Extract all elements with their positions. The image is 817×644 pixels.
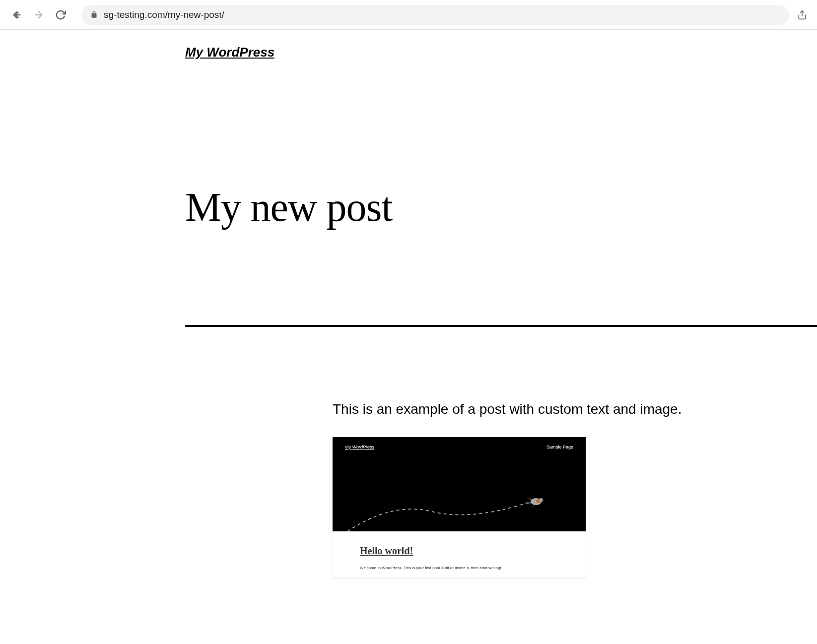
- back-button[interactable]: [10, 8, 24, 22]
- svg-point-6: [539, 498, 543, 502]
- post-body-text: This is an example of a post with custom…: [333, 401, 817, 417]
- post-title-section: My new post: [0, 60, 817, 231]
- embedded-post-title: Hello world!: [360, 545, 558, 557]
- bird-path-icon: [333, 482, 586, 531]
- address-bar[interactable]: sg-testing.com/my-new-post/: [81, 5, 789, 25]
- url-text: sg-testing.com/my-new-post/: [104, 9, 224, 20]
- browser-toolbar: sg-testing.com/my-new-post/: [0, 0, 817, 30]
- embedded-hero: My WordPress Sample Page: [333, 437, 586, 531]
- page-content: My WordPress My new post This is an exam…: [0, 30, 817, 578]
- embedded-excerpt: Welcome to WordPress. This is your first…: [360, 566, 558, 570]
- embedded-content: Hello world! Welcome to WordPress. This …: [333, 531, 586, 578]
- lock-icon: [90, 11, 98, 18]
- reload-button[interactable]: [54, 8, 68, 22]
- post-title: My new post: [185, 184, 817, 231]
- site-title-link[interactable]: My WordPress: [185, 45, 274, 60]
- forward-button[interactable]: [32, 8, 46, 22]
- post-body: This is an example of a post with custom…: [0, 327, 817, 578]
- embedded-site-title: My WordPress: [345, 445, 374, 450]
- share-button[interactable]: [797, 9, 807, 20]
- site-header: My WordPress: [0, 30, 817, 60]
- post-image: My WordPress Sample Page: [333, 437, 586, 578]
- embedded-header: My WordPress Sample Page: [333, 437, 586, 457]
- embedded-nav-item: Sample Page: [546, 445, 573, 450]
